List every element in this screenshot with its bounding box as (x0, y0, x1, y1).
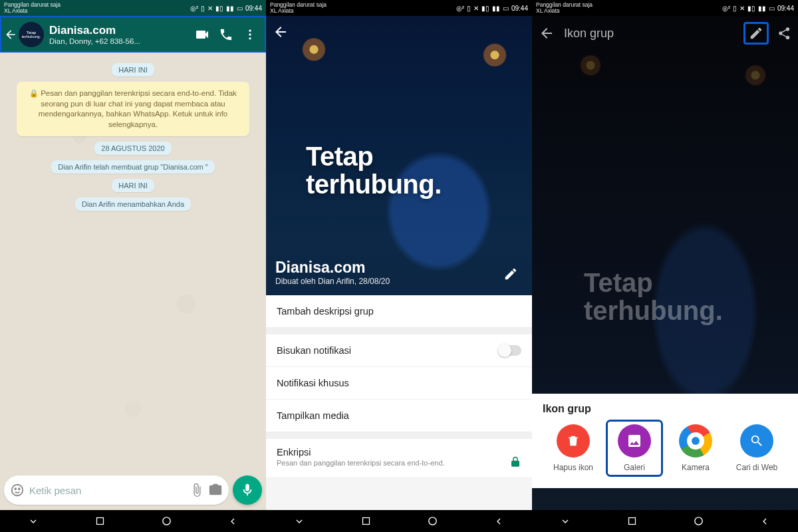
nav-dropdown-icon[interactable] (559, 515, 571, 527)
android-nav (0, 510, 266, 532)
svg-point-11 (694, 517, 702, 525)
edit-icon-button[interactable] (745, 23, 767, 43)
icon-picker-sheet: Ikon grup Hapus ikon Galeri (532, 394, 798, 488)
nav-recent-icon[interactable] (626, 515, 638, 527)
group-title: Dianisa.com (49, 24, 190, 37)
status-time: 09:44 (245, 5, 262, 12)
status-bar: Panggilan darurat saja XL Axiata ◎² ▯ ✕ … (266, 0, 532, 16)
more-menu-button[interactable] (238, 28, 262, 41)
screen-title: Ikon grup (555, 27, 745, 41)
nav-home-icon[interactable] (426, 515, 438, 527)
trash-icon (557, 424, 590, 458)
status-icons: ◎² ▯ ✕ ▮▯ ▮▮ ▭ 09:44 (456, 5, 528, 12)
svg-point-9 (428, 517, 436, 525)
svg-point-1 (249, 33, 251, 35)
nav-dropdown-icon[interactable] (27, 515, 39, 527)
signal-icon: ▮▯ (215, 5, 223, 12)
lock-icon (509, 456, 521, 468)
hotspot-icon: ◎² (722, 5, 730, 12)
gallery-icon (618, 424, 651, 458)
group-created-by: Dibuat oleh Dian Arifin, 28/08/20 (275, 277, 390, 286)
screen-2-group-info: Panggilan darurat saja XL Axiata ◎² ▯ ✕ … (266, 0, 532, 532)
nav-home-icon[interactable] (692, 515, 704, 527)
camera-icon (679, 424, 712, 458)
message-input[interactable]: Ketik pesan (4, 475, 229, 505)
svg-point-5 (19, 488, 20, 489)
mute-toggle[interactable] (499, 345, 521, 356)
volte-icon: ▯ (467, 5, 471, 12)
custom-notifications-item[interactable]: Notifikasi khusus (266, 367, 532, 400)
lock-icon: 🔒 (29, 89, 39, 97)
nav-back-icon[interactable] (759, 515, 771, 527)
input-placeholder: Ketik pesan (25, 485, 186, 496)
attach-icon[interactable] (189, 482, 205, 498)
battery-icon: ▭ (237, 5, 243, 12)
svg-point-7 (162, 517, 170, 525)
emoji-icon[interactable] (9, 482, 25, 498)
search-icon (740, 424, 773, 458)
hotspot-icon: ◎² (190, 5, 198, 12)
camera-icon[interactable] (207, 482, 223, 498)
back-icon[interactable] (539, 25, 555, 41)
chat-input-row: Ketik pesan (0, 471, 266, 510)
status-bar: Panggilan darurat saja XL Axiata ◎² ▯ ✕ … (532, 0, 798, 16)
mute-notifications-item[interactable]: Bisukan notifikasi (266, 334, 532, 367)
option-search-web[interactable]: Cari di Web (730, 424, 783, 475)
group-settings-list: Tambah deskripsi grup Bisukan notifikasi… (266, 295, 532, 510)
status-bar: Panggilan darurat saja XL Axiata ◎² ▯ ✕ … (0, 0, 266, 16)
nav-dropdown-icon[interactable] (293, 515, 305, 527)
status-carrier: XL Axiata (4, 8, 61, 14)
android-nav (266, 510, 532, 532)
add-description-item[interactable]: Tambah deskripsi grup (266, 295, 532, 328)
status-carrier: XL Axiata (270, 8, 327, 14)
group-hero-image[interactable]: Tetapterhubung. Dianisa.com Dibuat oleh … (266, 16, 532, 295)
volte-icon: ▯ (201, 5, 205, 12)
no-sim-icon: ✕ (473, 5, 479, 12)
back-icon[interactable] (273, 24, 289, 40)
svg-point-3 (12, 485, 23, 496)
option-gallery[interactable]: Galeri (608, 422, 661, 475)
system-message: Dian Arifin menambahkan Anda (75, 198, 191, 211)
svg-point-2 (249, 37, 251, 39)
show-media-item[interactable]: Tampilkan media (266, 400, 532, 432)
chat-body[interactable]: HARI INI 🔒Pesan dan panggilan terenkrips… (0, 53, 266, 471)
group-members: Dian, Donny, +62 838-56... (49, 37, 190, 45)
screen-3-icon-picker: Panggilan darurat saja XL Axiata ◎² ▯ ✕ … (532, 0, 798, 532)
nav-home-icon[interactable] (160, 515, 172, 527)
svg-point-0 (249, 29, 251, 31)
nav-recent-icon[interactable] (360, 515, 372, 527)
android-nav (532, 510, 798, 532)
encryption-item[interactable]: Enkripsi Pesan dan panggilan terenkripsi… (266, 439, 532, 478)
encryption-notice[interactable]: 🔒Pesan dan panggilan terenkripsi secara … (17, 82, 249, 136)
screen-1-chat: Panggilan darurat saja XL Axiata ◎² ▯ ✕ … (0, 0, 266, 532)
svg-point-4 (15, 488, 16, 489)
chat-header[interactable]: Tetapterhubung. Dianisa.com Dian, Donny,… (0, 16, 266, 53)
option-camera[interactable]: Kamera (669, 424, 722, 475)
status-icons: ◎² ▯ ✕ ▮▯ ▮▮ ▭ 09:44 (190, 5, 262, 12)
icon-viewer-body[interactable]: Ikon grup Tetapterhubung. Ikon grup (532, 16, 798, 510)
group-avatar[interactable]: Tetapterhubung. (19, 22, 44, 47)
sheet-title: Ikon grup (543, 403, 787, 415)
edit-name-button[interactable] (499, 262, 523, 286)
signal-icon: ▮▯ (747, 5, 755, 12)
nav-back-icon[interactable] (227, 515, 239, 527)
battery-icon: ▭ (769, 5, 775, 12)
signal-icon: ▮▯ (481, 5, 489, 12)
battery-icon: ▭ (503, 5, 509, 12)
date-divider: 28 AGUSTUS 2020 (94, 142, 171, 155)
svg-rect-6 (96, 518, 103, 525)
back-icon[interactable] (4, 28, 17, 41)
share-icon[interactable] (777, 26, 791, 41)
hero-overlay-text: Tetapterhubung. (584, 269, 723, 325)
video-call-button[interactable] (190, 27, 214, 43)
status-icons: ◎² ▯ ✕ ▮▯ ▮▮ ▭ 09:44 (722, 5, 794, 12)
voice-call-button[interactable] (214, 27, 238, 42)
hero-overlay-text: Tetapterhubung. (306, 142, 442, 198)
hotspot-icon: ◎² (456, 5, 464, 12)
mic-button[interactable] (233, 475, 262, 505)
option-remove-icon[interactable]: Hapus ikon (547, 424, 600, 475)
nav-recent-icon[interactable] (94, 515, 106, 527)
status-carrier: XL Axiata (536, 8, 593, 14)
status-time: 09:44 (511, 5, 528, 12)
nav-back-icon[interactable] (493, 515, 505, 527)
